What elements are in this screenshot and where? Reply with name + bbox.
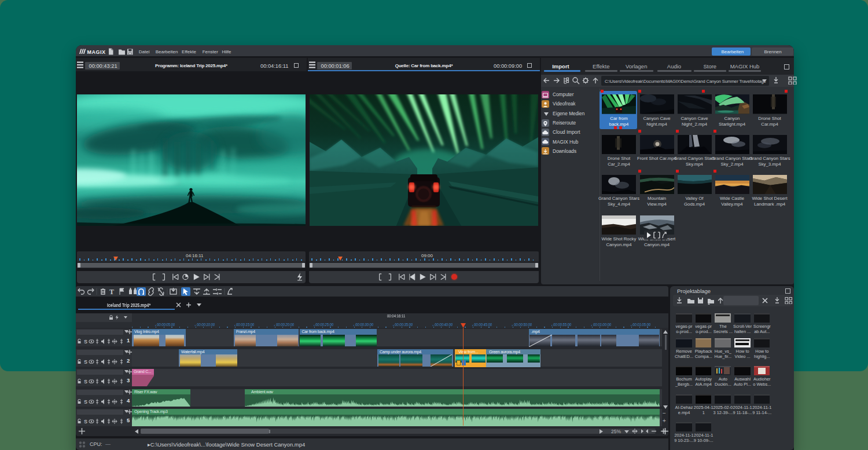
svg-text:S: S (84, 419, 87, 425)
svg-text:S: S (84, 379, 87, 385)
svg-text:S: S (84, 399, 87, 405)
svg-text:S: S (84, 339, 87, 345)
svg-text:T: T (109, 288, 114, 296)
svg-text:MAGIX: MAGIX (87, 49, 106, 55)
svg-text:S: S (84, 359, 87, 365)
